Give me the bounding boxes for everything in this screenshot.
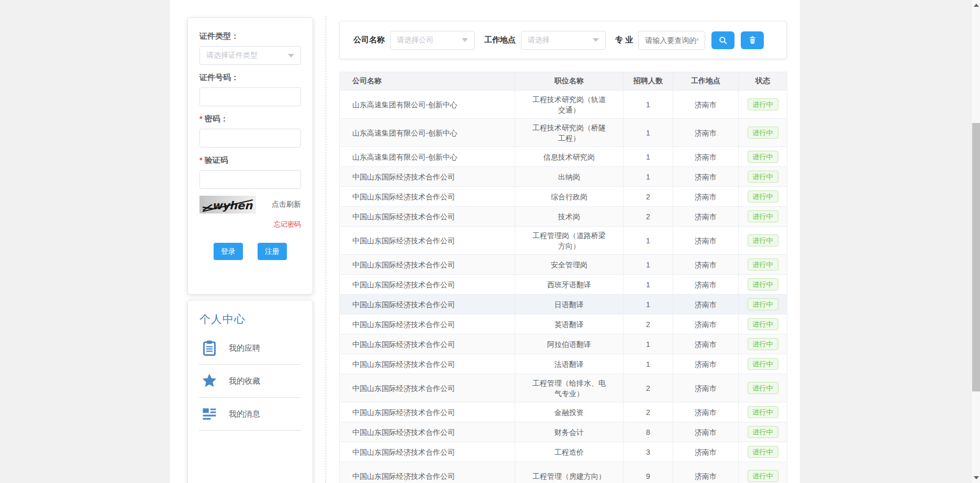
location-cell: 济南市: [673, 295, 739, 314]
count-cell: 2: [623, 374, 673, 402]
count-cell: 2: [623, 187, 673, 207]
password-input[interactable]: [199, 129, 301, 148]
status-badge: 进行中: [748, 171, 778, 183]
status-badge: 进行中: [748, 358, 778, 370]
count-cell: 1: [623, 91, 673, 119]
company-filter-select[interactable]: 请选择公司: [390, 31, 475, 50]
company-cell: 中国山东国际经济技术合作公司: [340, 334, 515, 354]
personal-center-item[interactable]: 我的消息: [199, 398, 301, 431]
company-cell: 中国山东国际经济技术合作公司: [340, 462, 515, 483]
position-cell: 工程管理（给排水、电气专业）: [515, 374, 623, 402]
table-row[interactable]: 中国山东国际经济技术合作公司工程管理岗（道路桥梁方向）1济南市进行中: [340, 227, 787, 255]
count-cell: 2: [623, 402, 673, 422]
scroll-up-arrow-icon[interactable]: [974, 4, 979, 7]
chevron-down-icon: [288, 54, 294, 58]
forgot-password-link[interactable]: 忘记密码: [274, 220, 301, 228]
status-cell: 进行中: [739, 422, 787, 442]
company-cell: 中国山东国际经济技术合作公司: [340, 442, 515, 462]
position-cell: 英语翻译: [515, 314, 623, 334]
chevron-down-icon: [593, 38, 599, 42]
company-filter-label: 公司名称: [353, 35, 385, 45]
status-cell: 进行中: [739, 462, 787, 483]
table-row[interactable]: 中国山东国际经济技术合作公司安全管理岗1济南市进行中: [340, 255, 787, 275]
captcha-label: *验证码: [199, 155, 301, 165]
location-cell: 济南市: [673, 167, 739, 187]
status-cell: 进行中: [739, 207, 787, 227]
table-row[interactable]: 中国山东国际经济技术合作公司西班牙语翻译1济南市进行中: [340, 275, 787, 295]
search-button[interactable]: [711, 31, 734, 49]
company-cell: 中国山东国际经济技术合作公司: [340, 422, 515, 442]
scroll-down-arrow-icon[interactable]: [974, 476, 979, 479]
register-button[interactable]: 注册: [258, 243, 287, 260]
location-cell: 济南市: [673, 442, 739, 462]
count-cell: 1: [623, 275, 673, 295]
position-cell: 财务会计: [515, 422, 623, 442]
vertical-scrollbar[interactable]: [971, 0, 980, 483]
table-row[interactable]: 中国山东国际经济技术合作公司综合行政岗2济南市进行中: [340, 187, 787, 207]
required-asterisk: *: [199, 155, 203, 164]
position-cell: 工程管理（房建方向）: [515, 462, 623, 483]
scrollbar-thumb[interactable]: [972, 123, 980, 391]
column-header-status: 状态: [739, 72, 787, 91]
company-cell: 山东高速集团有限公司-创新中心: [340, 119, 515, 147]
major-filter-input[interactable]: [638, 31, 705, 50]
status-badge: 进行中: [748, 278, 778, 290]
location-filter-label: 工作地点: [484, 35, 516, 45]
table-row[interactable]: 中国山东国际经济技术合作公司阿拉伯语翻译1济南市进行中: [340, 334, 787, 354]
login-button[interactable]: 登录: [214, 243, 243, 260]
location-cell: 济南市: [673, 91, 739, 119]
certificate-type-select[interactable]: 请选择证件类型: [199, 46, 301, 65]
table-row[interactable]: 山东高速集团有限公司-创新中心工程技术研究岗（桥隧工程）1济南市进行中: [340, 119, 787, 147]
table-row[interactable]: 山东高速集团有限公司-创新中心工程技术研究岗（轨道交通）1济南市进行中: [340, 91, 787, 119]
personal-center-title: 个人中心: [199, 312, 301, 327]
table-row[interactable]: 中国山东国际经济技术合作公司出纳岗1济南市进行中: [340, 167, 787, 187]
position-cell: 信息技术研究岗: [515, 147, 623, 167]
table-row[interactable]: 中国山东国际经济技术合作公司技术岗2济南市进行中: [340, 207, 787, 227]
status-badge: 进行中: [748, 338, 778, 350]
status-cell: 进行中: [739, 227, 787, 255]
vertical-dashed-divider: [326, 16, 326, 483]
company-cell: 中国山东国际经济技术合作公司: [340, 227, 515, 255]
captcha-refresh-link[interactable]: 点击刷新: [272, 200, 301, 209]
clipboard-icon: [201, 339, 218, 357]
location-cell: 济南市: [673, 119, 739, 147]
position-cell: 法语翻译: [515, 354, 623, 374]
status-badge: 进行中: [748, 318, 778, 330]
status-cell: 进行中: [739, 374, 787, 402]
login-panel: 证件类型： 请选择证件类型 证件号码： *密码： *验证码 wyhen 点击刷新…: [187, 17, 313, 295]
count-cell: 3: [623, 442, 673, 462]
status-badge: 进行中: [748, 190, 778, 203]
personal-center-item[interactable]: 我的收藏: [199, 365, 301, 398]
table-row[interactable]: 中国山东国际经济技术合作公司工程造价3济南市进行中: [340, 442, 787, 462]
location-cell: 济南市: [673, 207, 739, 227]
location-cell: 济南市: [673, 147, 739, 167]
certificate-number-label: 证件号码：: [199, 73, 301, 83]
chevron-down-icon: [462, 38, 468, 42]
captcha-image[interactable]: wyhen: [199, 196, 256, 214]
table-row[interactable]: 中国山东国际经济技术合作公司金融投资2济南市进行中: [340, 402, 787, 422]
position-cell: 出纳岗: [515, 167, 623, 187]
certificate-number-input[interactable]: [199, 87, 301, 106]
certificate-type-placeholder: 请选择证件类型: [206, 51, 258, 60]
count-cell: 2: [623, 207, 673, 227]
search-icon: [718, 36, 728, 45]
count-cell: 1: [623, 334, 673, 354]
table-row[interactable]: 中国山东国际经济技术合作公司工程管理（房建方向）9济南市进行中: [340, 462, 787, 483]
table-row[interactable]: 中国山东国际经济技术合作公司英语翻译2济南市进行中: [340, 314, 787, 334]
position-cell: 西班牙语翻译: [515, 275, 623, 295]
table-row[interactable]: 中国山东国际经济技术合作公司财务会计8济南市进行中: [340, 422, 787, 442]
table-row[interactable]: 中国山东国际经济技术合作公司法语翻译1济南市进行中: [340, 354, 787, 374]
personal-center-item[interactable]: 我的应聘: [199, 332, 301, 365]
clear-button[interactable]: [741, 31, 764, 49]
captcha-input[interactable]: [199, 170, 301, 189]
filter-bar: 公司名称 请选择公司 工作地点 请选择 专 业: [339, 21, 787, 59]
table-row[interactable]: 中国山东国际经济技术合作公司工程管理（给排水、电气专业）2济南市进行中: [340, 374, 787, 402]
password-label: *密码：: [199, 114, 301, 124]
status-badge: 进行中: [748, 298, 778, 310]
location-filter-select[interactable]: 请选择: [521, 31, 606, 50]
major-filter-label: 专 业: [615, 35, 633, 45]
company-cell: 中国山东国际经济技术合作公司: [340, 167, 515, 187]
table-row[interactable]: 山东高速集团有限公司-创新中心信息技术研究岗1济南市进行中: [340, 147, 787, 167]
table-row[interactable]: 中国山东国际经济技术合作公司日语翻译1济南市进行中: [340, 295, 787, 314]
company-cell: 中国山东国际经济技术合作公司: [340, 374, 515, 402]
